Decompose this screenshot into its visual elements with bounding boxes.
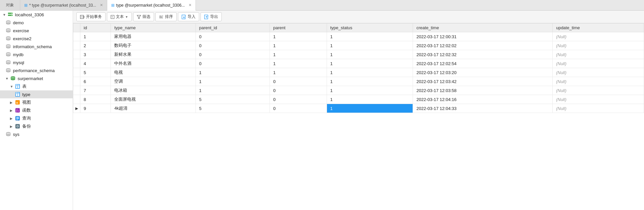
sidebar-item-mysql[interactable]: mysql — [0, 58, 73, 66]
cell-create_time[interactable]: 2022-03-17 12:02:54 — [413, 59, 553, 68]
cell-type_status[interactable]: 1 — [327, 32, 413, 41]
cell-type_status[interactable]: 1 — [327, 59, 413, 68]
cell-update_time[interactable]: (Null) — [553, 59, 644, 68]
sidebar-item-exercise[interactable]: exercise — [0, 27, 73, 35]
cell-type_name[interactable]: 电视 — [111, 68, 196, 77]
cell-type_name[interactable]: 全面屏电视 — [111, 95, 196, 104]
filter-button[interactable]: 筛选 — [133, 12, 154, 21]
cell-type_status[interactable]: 1 — [327, 50, 413, 59]
cell-parent[interactable]: 1 — [270, 59, 327, 68]
sidebar-item-queries-group[interactable]: ▶ 查询 — [0, 114, 73, 122]
cell-type_name[interactable]: 数码电子 — [111, 41, 196, 50]
cell-id[interactable]: 9 — [80, 104, 111, 113]
cell-parent_id[interactable]: 5 — [196, 104, 270, 113]
cell-id[interactable]: 1 — [80, 32, 111, 41]
cell-parent[interactable]: 1 — [270, 41, 327, 50]
export-button[interactable]: 导出 — [201, 12, 222, 21]
sidebar-item-type-table[interactable]: type — [0, 90, 73, 98]
sidebar-item-performance-schema[interactable]: performance_schema — [0, 66, 73, 74]
data-table-container[interactable]: id type_name parent_id parent type_statu… — [73, 23, 644, 210]
cell-type_status[interactable]: 1 — [327, 104, 413, 113]
cell-parent_id[interactable]: 0 — [196, 41, 270, 50]
text-button[interactable]: T 文本 ▼ — [107, 12, 132, 21]
cell-create_time[interactable]: 2022-03-17 12:04:33 — [413, 104, 553, 113]
cell-id[interactable]: 4 — [80, 59, 111, 68]
sidebar-item-information-schema[interactable]: information_schema — [0, 43, 73, 51]
cell-id[interactable]: 8 — [80, 95, 111, 104]
cell-parent[interactable]: 0 — [270, 95, 327, 104]
th-update-time[interactable]: update_time — [553, 24, 644, 32]
cell-update_time[interactable]: (Null) — [553, 104, 644, 113]
cell-parent_id[interactable]: 1 — [196, 86, 270, 95]
sidebar-item-surpermarket[interactable]: ▼ surpermarket — [0, 74, 73, 82]
th-parent-id[interactable]: parent_id — [196, 24, 270, 32]
cell-update_time[interactable]: (Null) — [553, 68, 644, 77]
table-row[interactable]: 6空调1012022-03-17 12:03:42(Null) — [73, 77, 644, 86]
tab-2-close[interactable]: ✕ — [189, 3, 192, 7]
tab-1[interactable]: ⊞ * type @surpermarket (localhost_33... … — [20, 0, 107, 10]
cell-id[interactable]: 6 — [80, 77, 111, 86]
table-row[interactable]: 1家用电器0112022-03-17 12:00:31(Null) — [73, 32, 644, 41]
tab-objects[interactable]: 对象 — [0, 0, 20, 10]
cell-parent[interactable]: 1 — [270, 32, 327, 41]
cell-parent[interactable]: 0 — [270, 86, 327, 95]
th-id[interactable]: id — [80, 24, 111, 32]
cell-type_name[interactable]: 电冰箱 — [111, 86, 196, 95]
cell-parent_id[interactable]: 0 — [196, 59, 270, 68]
cell-type_name[interactable]: 家用电器 — [111, 32, 196, 41]
cell-type_status[interactable]: 1 — [327, 77, 413, 86]
table-row[interactable]: 7电冰箱1012022-03-17 12:03:58(Null) — [73, 86, 644, 95]
cell-parent_id[interactable]: 1 — [196, 68, 270, 77]
cell-create_time[interactable]: 2022-03-17 12:02:32 — [413, 50, 553, 59]
sidebar-server[interactable]: ▼ localhost_3306 — [0, 11, 73, 19]
sidebar-item-functions-group[interactable]: ▶ f x 函数 — [0, 106, 73, 114]
cell-create_time[interactable]: 2022-03-17 12:03:20 — [413, 68, 553, 77]
cell-create_time[interactable]: 2022-03-17 12:03:42 — [413, 77, 553, 86]
cell-id[interactable]: 5 — [80, 68, 111, 77]
cell-type_status[interactable]: 1 — [327, 68, 413, 77]
cell-parent[interactable]: 0 — [270, 77, 327, 86]
sidebar-item-backups-group[interactable]: ▶ 备份 — [0, 122, 73, 130]
table-row[interactable]: 3新鲜水果0112022-03-17 12:02:32(Null) — [73, 50, 644, 59]
table-row[interactable]: 5电视1112022-03-17 12:03:20(Null) — [73, 68, 644, 77]
tab-1-close[interactable]: ✕ — [100, 3, 103, 7]
sidebar-item-mydb[interactable]: mydb — [0, 51, 73, 58]
cell-type_name[interactable]: 新鲜水果 — [111, 50, 196, 59]
cell-create_time[interactable]: 2022-03-17 12:02:02 — [413, 41, 553, 50]
sidebar-item-tables-group[interactable]: ▼ 表 — [0, 82, 73, 90]
cell-update_time[interactable]: (Null) — [553, 77, 644, 86]
sidebar-item-exercise2[interactable]: exercise2 — [0, 35, 73, 43]
tab-2[interactable]: ⊞ type @surpermarket (localhost_3306... … — [107, 0, 196, 11]
cell-parent[interactable]: 1 — [270, 68, 327, 77]
cell-id[interactable]: 7 — [80, 86, 111, 95]
table-row[interactable]: 4中外名酒0112022-03-17 12:02:54(Null) — [73, 59, 644, 68]
cell-update_time[interactable]: (Null) — [553, 50, 644, 59]
th-create-time[interactable]: create_time — [413, 24, 553, 32]
cell-parent[interactable]: 0 — [270, 104, 327, 113]
sidebar-item-sys[interactable]: sys — [0, 130, 73, 138]
cell-type_status[interactable]: 1 — [327, 95, 413, 104]
cell-update_time[interactable]: (Null) — [553, 41, 644, 50]
cell-parent_id[interactable]: 5 — [196, 95, 270, 104]
cell-id[interactable]: 2 — [80, 41, 111, 50]
cell-id[interactable]: 3 — [80, 50, 111, 59]
cell-create_time[interactable]: 2022-03-17 12:03:58 — [413, 86, 553, 95]
cell-type_name[interactable]: 4k超清 — [111, 104, 196, 113]
cell-create_time[interactable]: 2022-03-17 12:04:16 — [413, 95, 553, 104]
begin-transaction-button[interactable]: 开始事务 — [76, 12, 106, 21]
table-row[interactable]: ▶94k超清5012022-03-17 12:04:33(Null) — [73, 104, 644, 113]
cell-create_time[interactable]: 2022-03-17 12:00:31 — [413, 32, 553, 41]
cell-parent_id[interactable]: 0 — [196, 32, 270, 41]
th-parent[interactable]: parent — [270, 24, 327, 32]
sort-button[interactable]: 排序 — [155, 12, 177, 21]
cell-type_status[interactable]: 1 — [327, 86, 413, 95]
cell-parent[interactable]: 1 — [270, 50, 327, 59]
table-row[interactable]: 2数码电子0112022-03-17 12:02:02(Null) — [73, 41, 644, 50]
cell-type_name[interactable]: 空调 — [111, 77, 196, 86]
cell-update_time[interactable]: (Null) — [553, 32, 644, 41]
th-type-name[interactable]: type_name — [111, 24, 196, 32]
cell-type_status[interactable]: 1 — [327, 41, 413, 50]
sidebar-item-demo[interactable]: demo — [0, 19, 73, 27]
sidebar-item-views-group[interactable]: ▶ ⊞ 视图 — [0, 98, 73, 106]
import-button[interactable]: 导入 — [178, 12, 199, 21]
